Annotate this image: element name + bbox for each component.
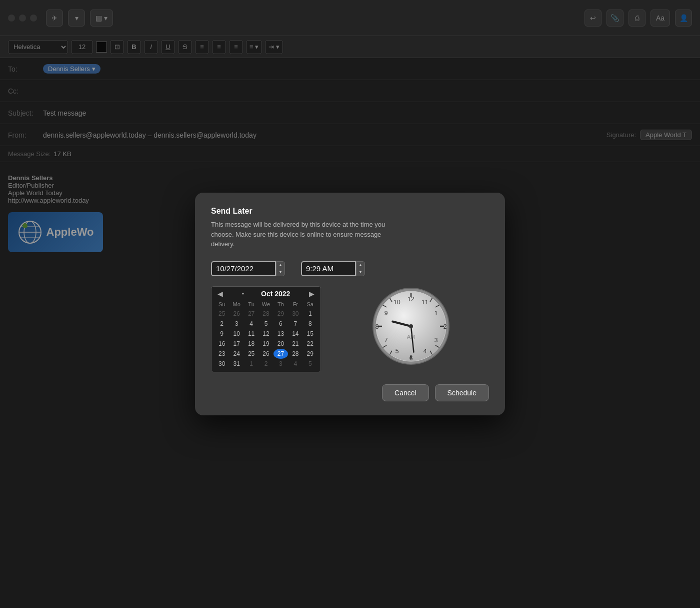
cal-header-su: Su (214, 300, 229, 309)
calendar-day-cell[interactable]: 7 (288, 319, 302, 329)
svg-text:2: 2 (444, 323, 447, 330)
cal-header-fr: Fr (288, 300, 302, 309)
calendar-next-button[interactable]: ▶ (307, 290, 316, 298)
calendar-day-cell[interactable]: 3 (229, 319, 244, 329)
calendar-day-cell[interactable]: 2 (258, 359, 273, 369)
modal-overlay: Send Later This message will be delivere… (0, 0, 700, 608)
calendar-day-cell[interactable]: 24 (229, 349, 244, 359)
calendar-dot: ● (242, 291, 244, 296)
date-increment-button[interactable]: ▲ (276, 262, 284, 269)
time-increment-button[interactable]: ▲ (356, 262, 364, 269)
calendar-day-cell[interactable]: 9 (214, 329, 229, 339)
calendar-body: 2526272829301234567891011121314151617181… (214, 309, 318, 369)
calendar-week-row: 303112345 (214, 359, 318, 369)
date-input-wrapper: ▲ ▼ (211, 261, 285, 276)
calendar-day-cell[interactable]: 19 (258, 339, 273, 349)
cal-header-th: Th (274, 300, 288, 309)
svg-text:8: 8 (376, 323, 379, 330)
svg-text:AM: AM (407, 334, 416, 340)
modal-description: This message will be delivered by this d… (211, 220, 401, 249)
svg-text:9: 9 (384, 310, 388, 317)
cal-header-mo: Mo (229, 300, 244, 309)
modal-inputs-row: ▲ ▼ ▲ ▼ (211, 261, 489, 276)
date-decrement-button[interactable]: ▼ (276, 269, 284, 276)
send-later-modal: Send Later This message will be delivere… (195, 193, 505, 415)
calendar-day-cell[interactable]: 5 (258, 319, 273, 329)
calendar-day-cell[interactable]: 29 (303, 349, 318, 359)
calendar-day-cell[interactable]: 27 (244, 309, 258, 319)
cal-header-tu: Tu (244, 300, 258, 309)
svg-text:6: 6 (410, 355, 413, 362)
svg-point-35 (409, 324, 413, 328)
calendar-day-cell[interactable]: 27 (274, 349, 288, 359)
calendar-day-cell[interactable]: 31 (229, 359, 244, 369)
time-input-wrapper: ▲ ▼ (301, 261, 365, 276)
calendar-month-year: Oct 2022 (261, 290, 290, 298)
calendar: ◀ ● Oct 2022 ▶ Su Mo Tu We Th Fr (211, 286, 321, 372)
calendar-day-cell[interactable]: 1 (303, 309, 318, 319)
calendar-day-cell[interactable]: 26 (258, 349, 273, 359)
cal-header-sa: Sa (303, 300, 318, 309)
calendar-week-row: 23242526272829 (214, 349, 318, 359)
calendar-headers-row: Su Mo Tu We Th Fr Sa (214, 300, 318, 309)
svg-text:10: 10 (394, 299, 400, 306)
calendar-day-cell[interactable]: 28 (288, 349, 302, 359)
calendar-day-cell[interactable]: 22 (303, 339, 318, 349)
calendar-day-cell[interactable]: 25 (214, 309, 229, 319)
svg-text:7: 7 (384, 337, 388, 344)
calendar-day-cell[interactable]: 2 (214, 319, 229, 329)
calendar-day-cell[interactable]: 20 (274, 339, 288, 349)
calendar-day-cell[interactable]: 25 (244, 349, 258, 359)
time-decrement-button[interactable]: ▼ (356, 269, 364, 276)
modal-title: Send Later (211, 207, 489, 216)
calendar-week-row: 9101112131415 (214, 329, 318, 339)
calendar-day-cell[interactable]: 30 (288, 309, 302, 319)
modal-buttons: Cancel Schedule (211, 384, 489, 401)
calendar-prev-button[interactable]: ◀ (216, 290, 225, 298)
cancel-button[interactable]: Cancel (382, 384, 429, 401)
calendar-day-cell[interactable]: 21 (288, 339, 302, 349)
calendar-day-cell[interactable]: 29 (274, 309, 288, 319)
calendar-day-cell[interactable]: 8 (303, 319, 318, 329)
calendar-day-cell[interactable]: 3 (274, 359, 288, 369)
calendar-day-cell[interactable]: 18 (244, 339, 258, 349)
calendar-day-cell[interactable]: 14 (288, 329, 302, 339)
calendar-day-cell[interactable]: 5 (303, 359, 318, 369)
calendar-day-cell[interactable]: 12 (258, 329, 273, 339)
svg-text:11: 11 (422, 299, 428, 306)
schedule-button[interactable]: Schedule (435, 384, 489, 401)
calendar-day-cell[interactable]: 10 (229, 329, 244, 339)
calendar-day-cell[interactable]: 28 (258, 309, 273, 319)
calendar-week-row: 16171819202122 (214, 339, 318, 349)
calendar-day-cell[interactable]: 6 (274, 319, 288, 329)
calendar-week-row: 2526272829301 (214, 309, 318, 319)
calendar-day-cell[interactable]: 1 (244, 359, 258, 369)
calendar-day-cell[interactable]: 30 (214, 359, 229, 369)
time-input[interactable] (301, 261, 356, 276)
calendar-header: ◀ ● Oct 2022 ▶ (214, 290, 318, 298)
svg-text:12: 12 (408, 296, 414, 303)
calendar-day-cell[interactable]: 16 (214, 339, 229, 349)
calendar-day-cell[interactable]: 4 (288, 359, 302, 369)
svg-text:3: 3 (434, 337, 438, 344)
svg-text:1: 1 (434, 310, 438, 317)
clock-face: 12 1 2 3 4 6 5 7 8 9 10 11 AM (371, 286, 451, 366)
svg-text:5: 5 (396, 348, 399, 355)
calendar-day-cell[interactable]: 13 (274, 329, 288, 339)
calendar-day-cell[interactable]: 17 (229, 339, 244, 349)
calendar-day-cell[interactable]: 26 (229, 309, 244, 319)
calendar-day-cell[interactable]: 4 (244, 319, 258, 329)
date-input[interactable] (211, 261, 276, 276)
clock-area: 12 1 2 3 4 6 5 7 8 9 10 11 AM (333, 286, 489, 366)
svg-text:4: 4 (424, 348, 427, 355)
calendar-week-row: 2345678 (214, 319, 318, 329)
cal-header-we: We (258, 300, 273, 309)
calendar-day-cell[interactable]: 11 (244, 329, 258, 339)
calendar-grid: Su Mo Tu We Th Fr Sa 2526272829301234567… (214, 300, 318, 369)
date-stepper: ▲ ▼ (276, 261, 285, 276)
time-stepper: ▲ ▼ (356, 261, 365, 276)
modal-content-row: ◀ ● Oct 2022 ▶ Su Mo Tu We Th Fr (211, 286, 489, 372)
calendar-day-cell[interactable]: 23 (214, 349, 229, 359)
calendar-day-cell[interactable]: 15 (303, 329, 318, 339)
